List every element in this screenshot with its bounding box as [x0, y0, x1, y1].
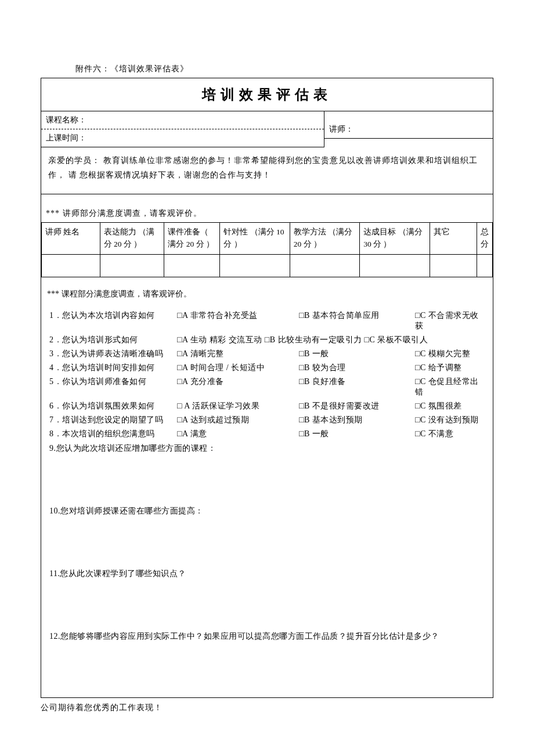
q1-opt-b[interactable]: □B 基本符合简单应用	[299, 310, 415, 331]
q3-label: 3．您认为讲师表达清晰准确吗	[49, 349, 177, 359]
score-cell[interactable]	[220, 255, 290, 277]
q4-opt-c[interactable]: □C 给予调整	[415, 363, 485, 373]
q7-label: 7．培训达到您设定的期望了吗	[49, 415, 177, 425]
q3-opt-b[interactable]: □B 一般	[299, 349, 415, 359]
score-header-goal: 达成目标 （满分 30 分 ）	[363, 226, 425, 249]
score-header-materials: 课件准备（ 满分 20 分 ）	[168, 226, 216, 249]
q8-opt-c[interactable]: □C 不满意	[415, 429, 485, 439]
score-cell[interactable]	[477, 255, 493, 277]
q4-label: 4．您认为培训时间安排如何	[49, 363, 177, 373]
score-cell[interactable]	[100, 255, 164, 277]
footer-text: 公司期待着您优秀的工作表现！	[41, 703, 493, 713]
q2-opt-a[interactable]: □A 生动 精彩 交流互动	[177, 335, 262, 345]
q4-opt-b[interactable]: □B 较为合理	[299, 363, 415, 373]
class-time-field[interactable]: 上课时间：	[41, 129, 324, 147]
q6-label: 6．你认为培训氛围效果如何	[49, 401, 177, 411]
q7-opt-a[interactable]: □A 达到或超过预期	[177, 415, 299, 425]
q5-opt-b[interactable]: □B 良好准备	[299, 377, 415, 397]
score-header-method: 教学方法 （满分 20 分 ）	[294, 226, 356, 249]
lecturer-section-head: *** 讲师部分满意度调查，请客观评价。	[41, 194, 493, 222]
q8-opt-b[interactable]: □B 一般	[299, 429, 415, 439]
q10-label: 10.您对培训师授课还需在哪些方面提高：	[41, 454, 493, 516]
q6-opt-b[interactable]: □B 不是很好需要改进	[299, 401, 415, 411]
greeting-text: 亲爱的学员： 教育训练单位非常感谢您的参与！非常希望能得到您的宝贵意见以改善讲师…	[41, 147, 493, 194]
lecturer-field[interactable]: 讲师：	[324, 111, 493, 138]
q2-opt-b[interactable]: □B 比较生动有一定吸引力	[265, 335, 362, 345]
q11-label: 11.您从此次课程学到了哪些知识点？	[41, 516, 493, 579]
q7-opt-c[interactable]: □C 没有达到预期	[415, 415, 485, 425]
q5-opt-c[interactable]: □C 仓促且经常出错	[415, 377, 485, 397]
q2-opt-c[interactable]: □C 呆板不吸引人	[365, 335, 428, 345]
q3-opt-c[interactable]: □C 模糊欠完整	[415, 349, 485, 359]
q5-opt-a[interactable]: □A 充分准备	[177, 377, 299, 397]
form-title: 培训效果评估表	[41, 78, 493, 111]
score-header-total: 总分	[481, 226, 489, 249]
score-header-other: 其它	[434, 226, 473, 249]
course-name-field[interactable]: 课程名称：	[41, 111, 324, 129]
question-list: 1．您认为本次培训内容如何 □A 非常符合补充受益 □B 基本符合简单应用 □C…	[41, 305, 493, 441]
score-cell[interactable]	[164, 255, 220, 277]
q1-opt-c[interactable]: □C 不合需求无收获	[415, 310, 485, 331]
q5-label: 5．你认为培训师准备如何	[49, 377, 177, 397]
course-section-head: *** 课程部分满意度调查，请客观评价。	[47, 289, 487, 299]
form-container: 培训效果评估表 课程名称： 上课时间： 讲师： 亲爱的学员： 教育训练单位非常感…	[41, 78, 493, 698]
q3-opt-a[interactable]: □A 清晰完整	[177, 349, 299, 359]
q4-opt-a[interactable]: □A 时间合理 / 长短适中	[177, 363, 299, 373]
q2-label: 2．您认为培训形式如何	[49, 335, 177, 345]
q6-opt-a[interactable]: □ A 活跃保证学习效果	[177, 401, 299, 411]
q1-opt-a[interactable]: □A 非常符合补充受益	[177, 310, 299, 331]
q8-opt-a[interactable]: □A 满意	[177, 429, 299, 439]
attachment-label: 附件六：《培训效果评估表》	[75, 64, 493, 74]
q6-opt-c[interactable]: □C 氛围很差	[415, 401, 485, 411]
q1-label: 1．您认为本次培训内容如何	[49, 310, 177, 331]
score-header-target: 针对性 （满分 10 分 ）	[223, 226, 286, 249]
q7-opt-b[interactable]: □B 基本达到预期	[299, 415, 415, 425]
score-header-name: 讲师 姓名	[45, 226, 96, 249]
score-table: 讲师 姓名 表达能力 （满分 20 分 ） 课件准备（ 满分 20 分 ） 针对…	[41, 222, 493, 277]
score-cell[interactable]	[42, 255, 100, 277]
q9-label: 9.您认为此次培训还应增加哪些方面的课程：	[41, 443, 493, 454]
score-cell[interactable]	[430, 255, 477, 277]
q12-label: 12.您能够将哪些内容应用到实际工作中？如果应用可以提高您哪方面工作品质？提升百…	[41, 579, 493, 697]
q8-label: 8．本次培训的组织您满意吗	[49, 429, 177, 439]
score-cell[interactable]	[360, 255, 430, 277]
score-header-expression: 表达能力 （满分 20 分 ）	[104, 226, 161, 249]
score-cell[interactable]	[290, 255, 359, 277]
